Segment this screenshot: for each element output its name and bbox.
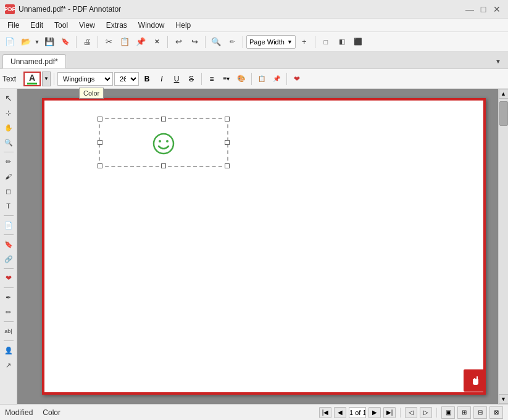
sep2 [98,36,98,48]
resize-handle-bl[interactable] [98,163,102,168]
more-button[interactable]: ≡▾ [220,72,233,86]
next-page-button[interactable]: ▶ [369,407,381,418]
save-button[interactable]: 💾 [42,35,57,49]
first-page-button[interactable]: |◀ [319,407,331,418]
arrow-tool[interactable]: ↗ [2,358,15,372]
person-tool[interactable]: 👤 [2,344,15,357]
heart-button[interactable]: ❤ [290,72,304,86]
status-modified: Modified [5,408,33,417]
resize-handle-tm[interactable] [161,117,166,121]
font-color-dropdown[interactable]: ▼ [42,72,51,86]
view-double[interactable]: ⊟ [473,406,487,419]
new-button[interactable]: 📄 [2,35,17,49]
menu-edit[interactable]: Edit [25,20,48,31]
resize-handle-bm[interactable] [161,163,166,168]
fullscreen-button[interactable]: ⬛ [351,35,365,49]
bold-button[interactable]: B [140,72,154,86]
select-tool[interactable]: ⊹ [2,106,15,120]
content-area [17,89,498,404]
back-button[interactable]: ◁ [405,407,417,418]
bookmark-tool[interactable]: 🔖 [2,237,15,251]
print-button[interactable]: 🖨 [80,35,94,49]
pencil-tool[interactable]: ✒ [2,290,15,304]
hand-button[interactable] [464,369,486,392]
menu-extras[interactable]: Extras [101,20,132,31]
eraser-tool[interactable]: ◻ [2,184,15,198]
forward-button[interactable]: ▷ [420,407,432,418]
view2-button[interactable]: ◧ [335,35,349,49]
left-sep5 [4,287,14,288]
scroll-thumb[interactable] [499,101,508,126]
pan-tool[interactable]: ✋ [2,121,15,134]
color-btn2[interactable]: 🎨 [235,72,248,86]
cursor-tool[interactable]: ↖ [2,91,15,105]
view1-button[interactable]: □ [319,35,333,49]
title-controls: — □ ✕ [464,3,503,15]
redo-button[interactable]: ↪ [187,35,202,49]
tab-scroll-btn[interactable]: ▼ [491,54,506,68]
paste-button[interactable]: 📌 [133,35,148,49]
last-page-button[interactable]: ▶| [383,407,396,418]
stamp-button[interactable]: 🔖 [58,35,73,49]
marker-tool[interactable]: ✏ [2,305,15,319]
menu-file[interactable]: File [2,20,24,31]
close-button[interactable]: ✕ [491,3,503,15]
scroll-up-button[interactable]: ▲ [499,89,509,99]
font-family-select[interactable]: Wingdings Arial Times New Roman [57,72,113,86]
page-btn[interactable]: 📄 [2,218,15,232]
link-tool[interactable]: 🔗 [2,252,15,266]
scroll-track[interactable] [499,99,509,394]
view-scroll[interactable]: ⊞ [457,406,471,419]
resize-handle-br[interactable] [225,163,230,168]
tab-bar: Unnamed.pdf* ▼ [0,52,508,69]
svg-point-0 [154,134,173,154]
pen-tool[interactable]: ✏ [2,155,15,168]
align-button[interactable]: ≡ [205,72,219,86]
search-button[interactable]: 🔍 [209,35,223,49]
stamp-tool[interactable]: ab| [2,324,15,338]
tab-unnamed[interactable]: Unnamed.pdf* [2,54,66,68]
zoom-plus-button[interactable]: + [297,35,312,49]
resize-handle-ml[interactable] [98,140,102,145]
highlight-tool[interactable]: 🖌 [2,170,15,183]
extra2-button[interactable]: 📌 [270,72,283,86]
zoom-tool[interactable]: 🔍 [2,136,15,149]
text-tool[interactable]: T [2,199,15,213]
cut-button[interactable]: ✂ [101,35,116,49]
menu-window[interactable]: Window [133,20,170,31]
open-button[interactable]: 📂 [19,35,33,49]
heart-tool[interactable]: ❤ [2,271,15,285]
resize-handle-tl[interactable] [98,117,102,121]
resize-handle-mr[interactable] [225,140,230,145]
prev-page-button[interactable]: ◀ [334,407,346,418]
menu-help[interactable]: Help [171,20,196,31]
italic-button[interactable]: I [155,72,169,86]
undo-button[interactable]: ↩ [171,35,186,49]
view-spread[interactable]: ⊠ [489,406,503,419]
delete-button[interactable]: ✕ [149,35,164,49]
view-single[interactable]: ▣ [441,406,455,419]
menu-bar: File Edit Tool View Extras Window Help [0,19,508,32]
zoom-dropdown[interactable]: Page Width ▼ [246,35,296,49]
resize-handle-tr[interactable] [225,117,230,121]
underline-button[interactable]: U [170,72,183,86]
left-sep3 [4,234,14,235]
strikethrough-button[interactable]: S [185,72,198,86]
minimize-button[interactable]: — [464,3,476,15]
menu-view[interactable]: View [74,20,100,31]
text-box[interactable] [99,118,228,167]
text-label: Text [2,75,20,83]
annotation-button[interactable]: ✏ [225,35,239,49]
font-color-button[interactable]: A [23,72,41,86]
extra1-button[interactable]: 📋 [255,72,269,86]
font-size-select[interactable]: 26 8 10 12 14 18 24 36 [114,72,139,86]
page-input[interactable] [349,407,366,418]
menu-tool[interactable]: Tool [49,20,73,31]
zoom-dropdown-arrow: ▼ [287,39,293,45]
copy-button[interactable]: 📋 [117,35,132,49]
scroll-down-button[interactable]: ▼ [499,394,509,404]
open-dropdown[interactable]: ▼ [33,35,41,49]
text-content [100,119,227,166]
maximize-button[interactable]: □ [477,3,489,15]
font-color-underline [27,83,37,84]
